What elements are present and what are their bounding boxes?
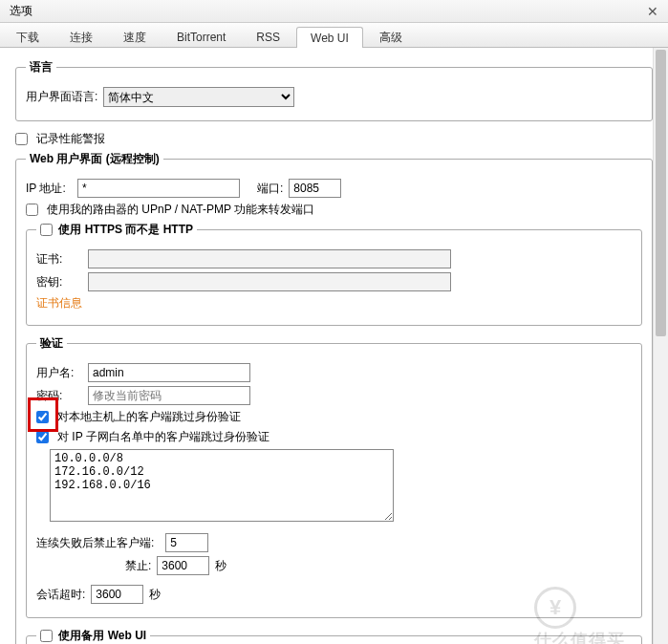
- key-input: [88, 272, 451, 291]
- alt-webui-group: 使用备用 Web UI: [26, 628, 642, 644]
- language-label: 用户界面语言:: [26, 89, 97, 105]
- auth-group: 验证 用户名: 密码: 对本地主机上的客户端跳过身份验证 对 IP 子网白名单中…: [26, 335, 642, 618]
- window-title: 选项: [10, 3, 32, 19]
- bypass-whitelist-checkbox[interactable]: [36, 431, 49, 443]
- whitelist-textarea[interactable]: [50, 449, 394, 522]
- close-icon[interactable]: ✕: [647, 4, 658, 19]
- alt-webui-legend: 使用备用 Web UI: [36, 628, 150, 644]
- upnp-checkbox[interactable]: [26, 204, 38, 216]
- alt-webui-label[interactable]: 使用备用 Web UI: [58, 629, 146, 642]
- bypass-local-label[interactable]: 对本地主机上的客户端跳过身份验证: [57, 409, 241, 425]
- alt-webui-checkbox[interactable]: [40, 630, 53, 642]
- username-label: 用户名:: [36, 365, 82, 381]
- ban-seconds-label: 秒: [215, 558, 226, 574]
- webui-group: Web 用户界面 (远程控制) IP 地址: 端口: 使用我的路由器的 UPnP…: [15, 151, 653, 644]
- password-label: 密码:: [36, 388, 82, 404]
- scrollbar-thumb[interactable]: [656, 50, 666, 336]
- perf-warn-checkbox[interactable]: [15, 133, 28, 145]
- port-input[interactable]: [289, 179, 341, 198]
- port-label: 端口:: [257, 181, 283, 197]
- https-checkbox[interactable]: [40, 224, 53, 236]
- auth-legend: 验证: [36, 335, 67, 352]
- perf-warn-label[interactable]: 记录性能警报: [36, 131, 105, 147]
- tab-webui[interactable]: Web UI: [296, 27, 363, 48]
- ip-label: IP 地址:: [26, 181, 72, 197]
- language-group: 语言 用户界面语言: 简体中文: [15, 59, 653, 121]
- ban-label: 禁止:: [125, 558, 151, 574]
- tab-bittorrent[interactable]: BitTorrent: [162, 26, 240, 47]
- options-content: 语言 用户界面语言: 简体中文 记录性能警报 Web 用户界面 (远程控制) I…: [0, 48, 668, 644]
- password-input[interactable]: [88, 386, 250, 405]
- tab-advanced[interactable]: 高级: [365, 26, 417, 47]
- cert-label: 证书:: [36, 251, 82, 268]
- ban-duration-input[interactable]: [157, 556, 209, 575]
- upnp-label[interactable]: 使用我的路由器的 UPnP / NAT-PMP 功能来转发端口: [47, 202, 314, 218]
- webui-legend: Web 用户界面 (远程控制): [26, 151, 163, 167]
- ip-input[interactable]: [77, 179, 240, 198]
- cert-info-link[interactable]: 证书信息: [36, 295, 82, 311]
- https-group: 使用 HTTPS 而不是 HTTP 证书: 密钥: 证书信息: [26, 222, 642, 326]
- username-input[interactable]: [88, 363, 250, 382]
- language-legend: 语言: [26, 59, 56, 75]
- tab-rss[interactable]: RSS: [242, 26, 294, 47]
- cert-input: [88, 249, 451, 268]
- tab-speed[interactable]: 速度: [109, 26, 161, 47]
- bypass-whitelist-label[interactable]: 对 IP 子网白名单中的客户端跳过身份验证: [57, 429, 269, 445]
- maxfail-label: 连续失败后禁止客户端:: [36, 535, 154, 551]
- tab-connection[interactable]: 连接: [55, 26, 107, 47]
- window-titlebar: 选项 ✕: [0, 0, 668, 23]
- https-legend-label[interactable]: 使用 HTTPS 而不是 HTTP: [58, 223, 193, 236]
- vertical-scrollbar[interactable]: [653, 48, 668, 644]
- session-seconds-label: 秒: [149, 587, 161, 603]
- language-select[interactable]: 简体中文: [103, 87, 294, 107]
- session-timeout-input[interactable]: [91, 585, 143, 604]
- key-label: 密钥:: [36, 274, 82, 290]
- bypass-local-checkbox[interactable]: [36, 411, 49, 423]
- tab-download[interactable]: 下载: [2, 26, 54, 47]
- https-legend: 使用 HTTPS 而不是 HTTP: [36, 222, 197, 238]
- session-label: 会话超时:: [36, 587, 85, 603]
- maxfail-input[interactable]: [165, 533, 208, 552]
- tab-bar: 下载 连接 速度 BitTorrent RSS Web UI 高级: [0, 23, 668, 48]
